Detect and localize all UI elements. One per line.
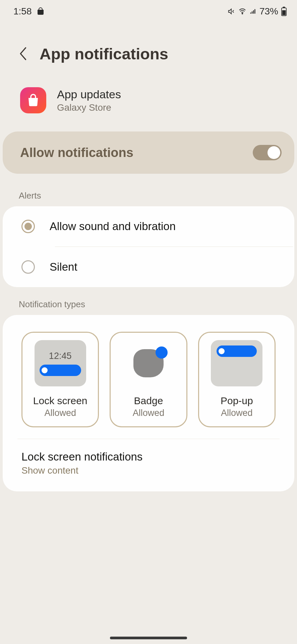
type-lockscreen-status: Allowed [44,408,76,418]
type-badge[interactable]: Badge Allowed [110,332,187,427]
section-alerts-title: Alerts [0,178,297,206]
section-types-title: Notification types [0,287,297,315]
svg-point-0 [242,13,243,14]
app-info-row[interactable]: App updates Galaxy Store [0,77,297,127]
app-store: Galaxy Store [57,102,121,113]
alert-sound-label: Allow sound and vibration [50,220,176,233]
type-popup-status: Allowed [221,408,253,418]
mute-icon [227,8,235,15]
bag-icon [37,7,45,15]
type-badge-status: Allowed [133,408,165,418]
alert-option-silent[interactable]: Silent [3,247,294,287]
alerts-card: Allow sound and vibration Silent [3,206,294,287]
svg-rect-3 [253,10,254,14]
lockscreen-notifications-row[interactable]: Lock screen notifications Show content [3,439,294,491]
type-lockscreen-title: Lock screen [33,395,87,407]
signal-icon [249,8,257,15]
radio-selected-icon [21,220,35,233]
svg-rect-4 [254,9,255,13]
app-name: App updates [57,88,121,101]
types-card: 12:45 Lock screen Allowed Badge Allowed … [3,315,294,491]
wifi-icon [238,8,247,15]
allow-notifications-row[interactable]: Allow notifications [3,131,294,174]
alert-option-sound[interactable]: Allow sound and vibration [3,206,294,247]
lockscreen-notifications-sub: Show content [21,465,276,476]
back-button[interactable] [17,44,30,64]
battery-icon [281,7,287,16]
lockscreen-notifications-title: Lock screen notifications [21,450,276,463]
type-popup[interactable]: Pop-up Allowed [198,332,276,427]
popup-preview-icon [211,340,262,386]
badge-preview-icon [123,340,174,386]
type-badge-title: Badge [134,395,163,407]
lockscreen-preview-icon: 12:45 [35,340,86,386]
nav-indicator[interactable] [110,637,187,639]
type-lockscreen[interactable]: 12:45 Lock screen Allowed [21,332,99,427]
header: App notifications [0,20,297,77]
status-bar: 1:58 73% [0,0,297,20]
allow-notifications-toggle[interactable] [253,145,282,160]
radio-unselected-icon [21,260,35,274]
svg-rect-2 [252,11,253,14]
svg-rect-7 [282,10,286,15]
status-battery-text: 73% [259,6,278,17]
type-popup-title: Pop-up [221,395,253,407]
status-time: 1:58 [13,6,32,17]
svg-rect-1 [250,12,251,13]
page-title: App notifications [40,45,168,63]
allow-notifications-label: Allow notifications [20,146,133,160]
alert-silent-label: Silent [50,261,77,273]
app-icon [20,87,46,113]
